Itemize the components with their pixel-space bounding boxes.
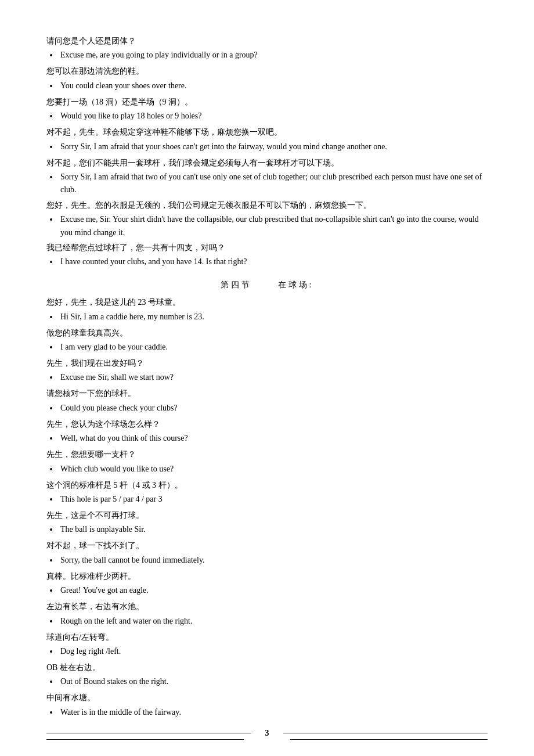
s4-bullet-7: •	[46, 493, 56, 507]
s4-chinese-2: 做您的球童我真高兴。	[46, 327, 488, 340]
english-text-4: Sorry Sir, I am afraid that your shoes c…	[60, 141, 488, 153]
chinese-text-7: 我已经帮您点过球杆了，您一共有十四支，对吗？	[46, 242, 488, 254]
chinese-text-1: 请问您是个人还是团体？	[46, 35, 488, 48]
s4-block-7: 这个洞的标准杆是 5 杆（4 或 3 杆）。 • This hole is pa…	[46, 479, 488, 507]
s4-english-9: • Sorry, the ball cannot be found immedi…	[46, 554, 488, 568]
s4-bullet-12: •	[46, 645, 56, 659]
s4-english-text-1: Hi Sir, I am a caddie here, my number is…	[60, 311, 488, 323]
page-number: 3	[265, 729, 269, 738]
s4-bullet-11: •	[46, 615, 56, 629]
s4-english-text-10: Great! You've got an eagle.	[60, 584, 488, 597]
s4-bullet-3: •	[46, 371, 56, 385]
english-text-7: I have counted your clubs, and you have …	[60, 255, 488, 268]
s4-bullet-2: •	[46, 341, 56, 355]
s4-english-12: • Dog leg right /left.	[46, 645, 488, 659]
s4-block-1: 您好，先生，我是这儿的 23 号球童。 • Hi Sir, I am a cad…	[46, 296, 488, 324]
english-text-6: Excuse me, Sir. Your shirt didn't have t…	[60, 213, 488, 239]
s4-chinese-11: 左边有长草，右边有水池。	[46, 600, 488, 613]
s4-english-text-4: Could you please check your clubs?	[60, 402, 488, 415]
s4-english-text-7: This hole is par 5 / par 4 / par 3	[60, 493, 488, 506]
s4-chinese-4: 请您核对一下您的球杆。	[46, 387, 488, 400]
block-5: 对不起，您们不能共用一套球杆，我们球会规定必须每人有一套球杆才可以下场。 • S…	[46, 157, 488, 197]
bullet-4: •	[46, 141, 56, 154]
s4-english-text-2: I am very glad to be your caddie.	[60, 341, 488, 354]
footer-line-right-bottom	[290, 739, 488, 740]
s4-english-3: • Excuse me Sir, shall we start now?	[46, 371, 488, 385]
chinese-text-5: 对不起，您们不能共用一套球杆，我们球会规定必须每人有一套球杆才可以下场。	[46, 157, 488, 170]
s4-chinese-12: 球道向右/左转弯。	[46, 631, 488, 644]
s4-english-5: • Well, what do you think of this course…	[46, 432, 488, 446]
section-label: 第四节	[221, 280, 252, 289]
english-line-4: • Sorry Sir, I am afraid that your shoes…	[46, 141, 488, 154]
english-line-1: • Excuse me, are you going to play indiv…	[46, 49, 488, 63]
s4-bullet-8: •	[46, 523, 56, 537]
s4-english-6: • Which club would you like to use?	[46, 463, 488, 477]
s4-bullet-4: •	[46, 402, 56, 416]
s4-block-10: 真棒。比标准杆少两杆。 • Great! You've got an eagle…	[46, 570, 488, 598]
s4-english-text-5: Well, what do you think of this course?	[60, 432, 488, 445]
section-4-header: 第四节 在球场:	[46, 280, 488, 290]
footer-line-left-top	[46, 733, 251, 733]
s4-block-13: OB 桩在右边。 • Out of Bound stakes on the ri…	[46, 661, 488, 689]
chinese-text-2: 您可以在那边清洗您的鞋。	[46, 65, 488, 78]
s4-english-7: • This hole is par 5 / par 4 / par 3	[46, 493, 488, 507]
chinese-text-3: 您要打一场（18 洞）还是半场（9 洞）。	[46, 96, 488, 109]
s4-bullet-5: •	[46, 432, 56, 446]
s4-bullet-14: •	[46, 706, 56, 720]
footer-line-right-top	[283, 733, 488, 733]
block-7: 我已经帮您点过球杆了，您一共有十四支，对吗？ • I have counted …	[46, 242, 488, 269]
s4-chinese-3: 先生，我们现在出发好吗？	[46, 357, 488, 370]
s4-chinese-8: 先生，这是个不可再打球。	[46, 509, 488, 522]
s4-block-5: 先生，您认为这个球场怎么样？ • Well, what do you think…	[46, 418, 488, 446]
page-footer: 3	[0, 729, 534, 740]
footer-bottom-lines	[46, 739, 488, 740]
s4-chinese-14: 中间有水塘。	[46, 692, 488, 704]
s4-english-text-11: Rough on the left and water on the right…	[60, 615, 488, 628]
english-line-3: • Would you like to play 18 holes or 9 h…	[46, 110, 488, 124]
s4-block-8: 先生，这是个不可再打球。 • The ball is unplayable Si…	[46, 509, 488, 537]
english-line-2: • You could clean your shoes over there.	[46, 80, 488, 93]
s4-bullet-13: •	[46, 675, 56, 689]
s4-chinese-13: OB 桩在右边。	[46, 661, 488, 674]
block-1: 请问您是个人还是团体？ • Excuse me, are you going t…	[46, 35, 488, 63]
s4-english-text-14: Water is in the middle of the fairway.	[60, 706, 488, 719]
english-line-6: • Excuse me, Sir. Your shirt didn't have…	[46, 213, 488, 239]
s4-chinese-6: 先生，您想要哪一支杆？	[46, 448, 488, 461]
s4-english-1: • Hi Sir, I am a caddie here, my number …	[46, 311, 488, 325]
bullet-2: •	[46, 80, 56, 93]
bullet-7: •	[46, 255, 56, 269]
bullet-6: •	[46, 213, 56, 227]
footer-line-left-bottom	[46, 739, 244, 740]
s4-block-11: 左边有长草，右边有水池。 • Rough on the left and wat…	[46, 600, 488, 628]
s4-chinese-1: 您好，先生，我是这儿的 23 号球童。	[46, 296, 488, 309]
s4-english-text-13: Out of Bound stakes on the right.	[60, 675, 488, 688]
s4-block-6: 先生，您想要哪一支杆？ • Which club would you like …	[46, 448, 488, 476]
block-3: 您要打一场（18 洞）还是半场（9 洞）。 • Would you like t…	[46, 96, 488, 124]
s4-bullet-9: •	[46, 554, 56, 568]
section-title: 在球场:	[278, 280, 314, 289]
s4-chinese-9: 对不起，球一下找不到了。	[46, 539, 488, 552]
english-line-7: • I have counted your clubs, and you hav…	[46, 255, 488, 269]
english-line-5: • Sorry Sir, I am afraid that two of you…	[46, 171, 488, 197]
english-text-1: Excuse me, are you going to play individ…	[60, 49, 488, 62]
s4-english-14: • Water is in the middle of the fairway.	[46, 706, 488, 720]
footer-top-lines: 3	[46, 729, 488, 738]
s4-chinese-7: 这个洞的标准杆是 5 杆（4 或 3 杆）。	[46, 479, 488, 492]
chinese-text-4: 对不起，先生。球会规定穿这种鞋不能够下场，麻烦您换一双吧。	[46, 126, 488, 139]
s4-english-text-8: The ball is unplayable Sir.	[60, 523, 488, 536]
s4-bullet-1: •	[46, 311, 56, 325]
s4-english-text-6: Which club would you like to use?	[60, 463, 488, 476]
english-text-5: Sorry Sir, I am afraid that two of you c…	[60, 171, 488, 197]
s4-bullet-10: •	[46, 584, 56, 598]
s4-block-14: 中间有水塘。 • Water is in the middle of the f…	[46, 692, 488, 719]
s4-chinese-10: 真棒。比标准杆少两杆。	[46, 570, 488, 583]
s4-english-11: • Rough on the left and water on the rig…	[46, 615, 488, 629]
s4-bullet-6: •	[46, 463, 56, 477]
bullet-1: •	[46, 49, 56, 63]
s4-block-9: 对不起，球一下找不到了。 • Sorry, the ball cannot be…	[46, 539, 488, 567]
english-text-3: Would you like to play 18 holes or 9 hol…	[60, 110, 488, 123]
s4-english-text-9: Sorry, the ball cannot be found immediat…	[60, 554, 488, 567]
s4-english-2: • I am very glad to be your caddie.	[46, 341, 488, 355]
bullet-3: •	[46, 110, 56, 124]
english-text-2: You could clean your shoes over there.	[60, 80, 488, 92]
